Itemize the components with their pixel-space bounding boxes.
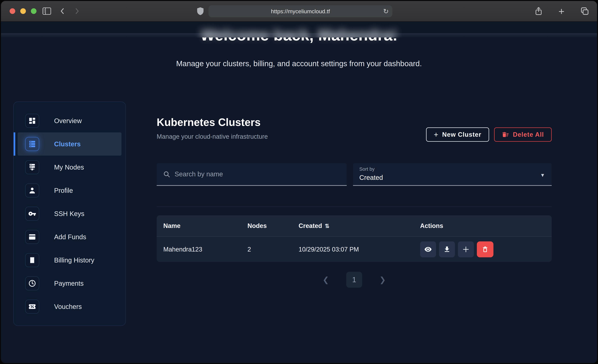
sidebar-item-overview[interactable]: Overview: [17, 109, 122, 132]
chrome-actions: +: [535, 6, 589, 17]
table-row: Mahendra123 2 10/29/2025 03:07 PM: [157, 236, 552, 262]
delete-all-button[interactable]: Delete All: [494, 127, 552, 142]
person-icon: [25, 183, 39, 198]
sidebar-item-label: Payments: [54, 280, 84, 287]
forward-button[interactable]: [73, 6, 81, 17]
plus-icon: +: [434, 130, 439, 139]
sort-select[interactable]: Sort by Created ▼: [353, 163, 552, 186]
sidebar-item-billing-history[interactable]: Billing History: [17, 248, 122, 272]
list-controls: Sort by Created ▼: [157, 163, 552, 186]
delete-all-label: Delete All: [513, 131, 544, 138]
share-icon: [535, 7, 543, 16]
credit-card-icon: [25, 230, 39, 244]
sort-label: Sort by: [359, 166, 545, 172]
add-node-button[interactable]: [458, 241, 474, 257]
column-header-name: Name: [157, 222, 241, 230]
sort-updown-icon: ⇅: [325, 223, 330, 229]
privacy-shield-icon[interactable]: [197, 7, 204, 16]
back-button[interactable]: [59, 6, 66, 17]
close-button[interactable]: [10, 8, 15, 14]
plus-icon: [462, 246, 470, 253]
download-kubeconfig-button[interactable]: [439, 241, 455, 257]
panel-subtitle: Manage your cloud-native infrastructure: [157, 133, 268, 140]
receipt-icon: [25, 253, 39, 267]
created-label: Created: [299, 222, 322, 230]
sidebar-item-clusters[interactable]: Clusters: [17, 132, 122, 156]
browser-window: https://myceliumcloud.tf ↻ +: [1, 1, 597, 363]
welcome-heading-glow: Welcome back, Mahendra!: [1, 26, 597, 38]
previous-page-button[interactable]: ❮: [323, 275, 329, 284]
sidebar-nav: Overview: [13, 101, 126, 326]
clock-icon: [25, 276, 39, 290]
panel-titles: Kubernetes Clusters Manage your cloud-na…: [157, 116, 268, 140]
sidebar-item-label: Overview: [54, 117, 82, 124]
new-cluster-button[interactable]: + New Cluster: [426, 127, 489, 142]
sidebar-item-label: Profile: [54, 187, 73, 194]
trash-icon: [481, 246, 489, 253]
sidebar-item-my-nodes[interactable]: My Nodes: [17, 156, 122, 179]
plus-icon: +: [558, 6, 565, 17]
sidebar-item-label: Add Funds: [54, 233, 86, 241]
search-input[interactable]: [174, 170, 341, 178]
panel-actions: + New Cluster Delete All: [426, 127, 552, 142]
download-icon: [443, 246, 451, 253]
cell-created: 10/29/2025 03:07 PM: [292, 246, 414, 253]
pagination: ❮ 1 ❯: [157, 272, 552, 288]
url-text: https://myceliumcloud.tf: [271, 8, 330, 15]
sidebar-item-label: Vouchers: [54, 303, 82, 310]
fullscreen-button[interactable]: [31, 8, 36, 14]
panel-title: Kubernetes Clusters: [157, 116, 268, 128]
page-number[interactable]: 1: [346, 272, 362, 288]
browser-chrome: https://myceliumcloud.tf ↻ +: [1, 1, 597, 22]
sidebar-item-label: Clusters: [54, 140, 81, 148]
clusters-panel: Kubernetes Clusters Manage your cloud-na…: [157, 115, 552, 314]
sidebar-item-add-funds[interactable]: Add Funds: [17, 225, 122, 248]
dropdown-arrow-icon: ▼: [540, 172, 545, 178]
server-stack-icon: [25, 137, 39, 151]
sort-value: Created: [359, 174, 545, 181]
column-header-created[interactable]: Created ⇅: [292, 222, 414, 230]
new-cluster-label: New Cluster: [442, 131, 481, 138]
sidebar-toggle-icon: [42, 8, 51, 15]
cell-name: Mahendra123: [157, 246, 241, 253]
sidebar-item-label: SSH Keys: [54, 210, 84, 217]
cell-nodes: 2: [241, 246, 292, 253]
dashboard-grid-icon: [25, 114, 39, 128]
sticky-header: Welcome back, Mahendra!: [1, 22, 597, 38]
next-page-button[interactable]: ❯: [379, 275, 386, 284]
welcome-subtitle: Manage your clusters, billing, and accou…: [1, 59, 597, 68]
new-tab-button[interactable]: +: [558, 6, 565, 17]
refresh-icon[interactable]: ↻: [383, 8, 389, 15]
forward-icon: [73, 8, 81, 15]
address-bar[interactable]: https://myceliumcloud.tf ↻: [208, 5, 392, 17]
search-box: [157, 163, 347, 186]
clusters-table: Name Nodes Created ⇅ Actions Mahendra123…: [157, 215, 552, 262]
minimize-button[interactable]: [20, 8, 26, 14]
cell-actions: [414, 241, 552, 257]
search-icon: [163, 171, 170, 178]
sidebar-item-payments[interactable]: Payments: [17, 272, 122, 295]
sidebar-toggle-button[interactable]: [42, 6, 51, 17]
back-icon: [59, 8, 66, 15]
delete-sweep-icon: [502, 131, 509, 138]
tab-overview-button[interactable]: [581, 6, 589, 17]
divider: [157, 207, 552, 207]
share-button[interactable]: [535, 6, 543, 17]
address-area: https://myceliumcloud.tf ↻: [197, 5, 392, 17]
view-cluster-button[interactable]: [420, 241, 436, 257]
eye-icon: [424, 246, 432, 253]
tabs-icon: [581, 7, 589, 16]
key-icon: [25, 207, 39, 221]
table-header: Name Nodes Created ⇅ Actions: [157, 215, 552, 236]
nodes-network-icon: [25, 160, 39, 174]
sidebar-item-ssh-keys[interactable]: SSH Keys: [17, 202, 122, 225]
dashboard-page: Welcome back, Mahendra! Welcome back, Ma…: [1, 22, 597, 363]
sidebar-item-label: Billing History: [54, 256, 94, 264]
ticket-percent-icon: [25, 300, 39, 314]
sidebar-item-vouchers[interactable]: Vouchers: [17, 295, 122, 318]
sidebar-item-profile[interactable]: Profile: [17, 179, 122, 202]
delete-cluster-button[interactable]: [477, 241, 493, 257]
sidebar-item-label: My Nodes: [54, 164, 84, 171]
screen: https://myceliumcloud.tf ↻ +: [0, 0, 598, 364]
traffic-lights: [10, 8, 36, 14]
